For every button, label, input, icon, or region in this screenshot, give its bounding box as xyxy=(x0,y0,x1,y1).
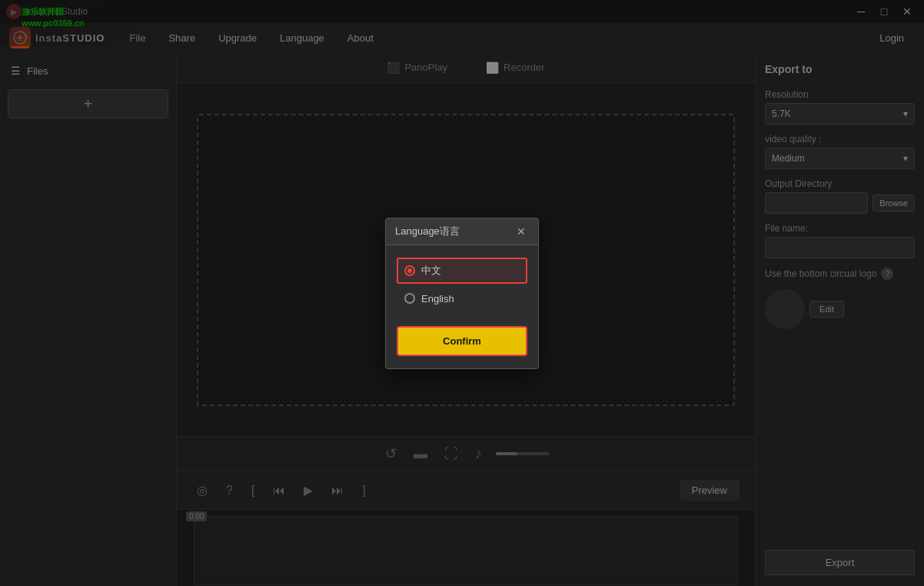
modal-title: Language语言 xyxy=(395,225,460,238)
modal-close-button[interactable]: ✕ xyxy=(514,226,529,237)
lang-option-english[interactable]: English xyxy=(397,287,527,311)
chinese-label: 中文 xyxy=(421,264,441,278)
language-dialog: Language语言 ✕ 中文 English Confirm xyxy=(385,218,539,369)
radio-english xyxy=(404,293,415,304)
confirm-button-wrap: Confirm xyxy=(386,326,538,368)
modal-overlay[interactable]: Language语言 ✕ 中文 English Confirm xyxy=(0,0,924,586)
modal-header: Language语言 ✕ xyxy=(386,218,538,245)
modal-body: 中文 English xyxy=(386,245,538,326)
english-label: English xyxy=(421,293,454,305)
confirm-button[interactable]: Confirm xyxy=(397,326,527,356)
lang-option-chinese[interactable]: 中文 xyxy=(397,258,527,284)
radio-chinese xyxy=(404,265,415,276)
